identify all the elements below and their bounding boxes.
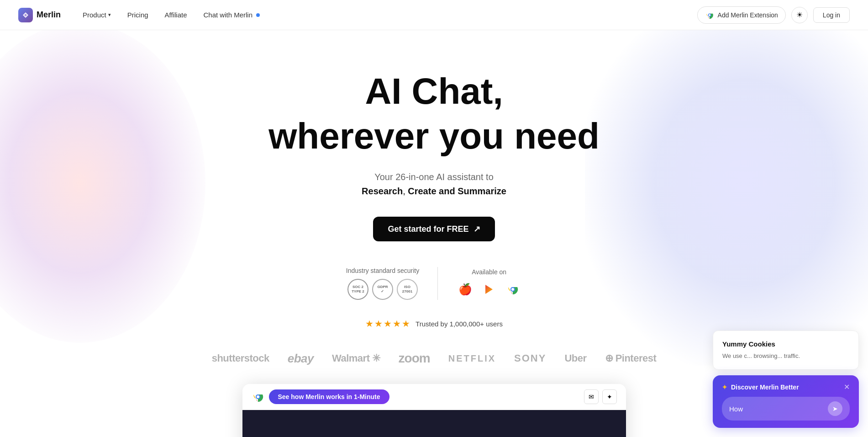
security-label: Industry standard security (346, 267, 419, 274)
arrow-icon: ↗ (473, 224, 480, 234)
svg-point-9 (257, 395, 259, 398)
brand-sony: SONY (514, 352, 546, 364)
chrome-icon (705, 11, 714, 20)
brand-shutterstock: shutterstock (212, 352, 269, 364)
video-placeholder: ▶ (242, 410, 626, 437)
play-store-icon (480, 280, 498, 298)
sparkle-icon: ✦ (607, 393, 612, 400)
hero-title-line1: AI Chat, (268, 71, 600, 112)
logo-text: Merlin (37, 10, 61, 20)
merlin-chat-title: ✦ Discover Merlin Better (722, 384, 799, 391)
logo[interactable]: Merlin (18, 8, 61, 22)
theme-toggle-button[interactable]: ☀ (791, 7, 808, 23)
add-extension-button[interactable]: Add Merlin Extension (697, 6, 786, 24)
available-label: Available on (472, 268, 506, 276)
badge-group: SOC 2TYPE 2 GDPR✓ ISO27001 (347, 279, 418, 300)
soc2-badge: SOC 2TYPE 2 (347, 279, 368, 300)
nav-right: Add Merlin Extension ☀ Log in (697, 6, 850, 24)
email-icon-btn[interactable]: ✉ (584, 389, 599, 404)
popup-overlay: Yummy Cookies We use c... browsing... tr… (713, 330, 859, 428)
gdpr-badge: GDPR✓ (372, 279, 393, 300)
send-icon: ➤ (832, 405, 838, 412)
cta-button[interactable]: Get started for FREE ↗ (373, 217, 494, 241)
hero-description-2: Research, Create and Summarize (362, 186, 506, 197)
merlin-chat-header: ✦ Discover Merlin Better ✕ (722, 383, 850, 391)
nav-chat[interactable]: Chat with Merlin (196, 7, 268, 22)
brand-ebay: ebay (288, 352, 314, 366)
hero-title-line2: wherever you need (268, 115, 600, 157)
chrome-platform-icon (504, 280, 522, 298)
nav-product[interactable]: Product ▾ (75, 7, 118, 22)
trust-row: Industry standard security SOC 2TYPE 2 G… (346, 267, 522, 300)
live-dot (256, 13, 260, 17)
video-cta-pill[interactable]: See how Merlin works in 1-Minute (269, 389, 389, 404)
iso-badge: ISO27001 (397, 279, 418, 300)
chevron-down-icon: ▾ (108, 12, 111, 18)
brand-pinterest: ⊕ Pinterest (605, 352, 657, 364)
available-platforms: Available on 🍎 (438, 268, 522, 298)
nav-pricing[interactable]: Pricing (120, 7, 156, 22)
email-icon: ✉ (589, 393, 594, 400)
nav-links: Product ▾ Pricing Affiliate Chat with Me… (75, 7, 697, 22)
svg-marker-3 (485, 285, 493, 294)
merlin-input-row[interactable]: How ➤ (722, 397, 850, 421)
chrome-icon-video (252, 390, 264, 403)
star-icon-btn[interactable]: ✦ (602, 389, 617, 404)
brand-netflix: NETFLIX (448, 353, 496, 364)
cookie-banner: Yummy Cookies We use c... browsing... tr… (713, 330, 859, 370)
trust-count: Trusted by 1,000,000+ users (416, 320, 503, 328)
merlin-send-button[interactable]: ➤ (828, 401, 842, 416)
video-section: See how Merlin works in 1-Minute ✉ ✦ ▶ (242, 384, 626, 437)
star-rating: ★★★★★ (365, 318, 411, 329)
hero-and: and (439, 186, 458, 196)
merlin-chat-widget: ✦ Discover Merlin Better ✕ How ➤ (713, 375, 859, 428)
hero-title: AI Chat, wherever you need (268, 71, 600, 172)
brand-uber: Uber (564, 352, 586, 364)
sun-icon: ☀ (796, 11, 803, 19)
video-topbar-left: See how Merlin works in 1-Minute (252, 389, 389, 404)
cookie-title: Yummy Cookies (722, 340, 849, 348)
merlin-star-icon: ✦ (722, 384, 727, 391)
svg-point-2 (708, 14, 710, 16)
security-badges: Industry standard security SOC 2TYPE 2 G… (346, 267, 438, 300)
close-widget-button[interactable]: ✕ (844, 383, 850, 391)
cookie-text: We use c... browsing... traffic. (722, 352, 849, 361)
apple-icon: 🍎 (456, 280, 474, 298)
navbar: Merlin Product ▾ Pricing Affiliate Chat … (0, 0, 868, 30)
hero-research: Research (362, 186, 403, 196)
brand-walmart: Walmart ✳ (332, 352, 380, 364)
video-topbar: See how Merlin works in 1-Minute ✉ ✦ (242, 384, 626, 410)
hero-summarize: Summarize (458, 186, 506, 196)
nav-affiliate[interactable]: Affiliate (158, 7, 195, 22)
stars-row: ★★★★★ Trusted by 1,000,000+ users (365, 318, 503, 329)
platform-icons: 🍎 (456, 280, 522, 298)
svg-point-6 (511, 288, 514, 291)
brand-zoom: zoom (399, 351, 430, 366)
video-topbar-right: ✉ ✦ (584, 389, 617, 404)
hero-create: Create (408, 186, 436, 196)
hero-description-1: Your 26-in-one AI assistant to (374, 172, 494, 182)
login-button[interactable]: Log in (813, 7, 850, 23)
logo-icon (18, 8, 33, 22)
merlin-input-text: How (729, 405, 824, 413)
